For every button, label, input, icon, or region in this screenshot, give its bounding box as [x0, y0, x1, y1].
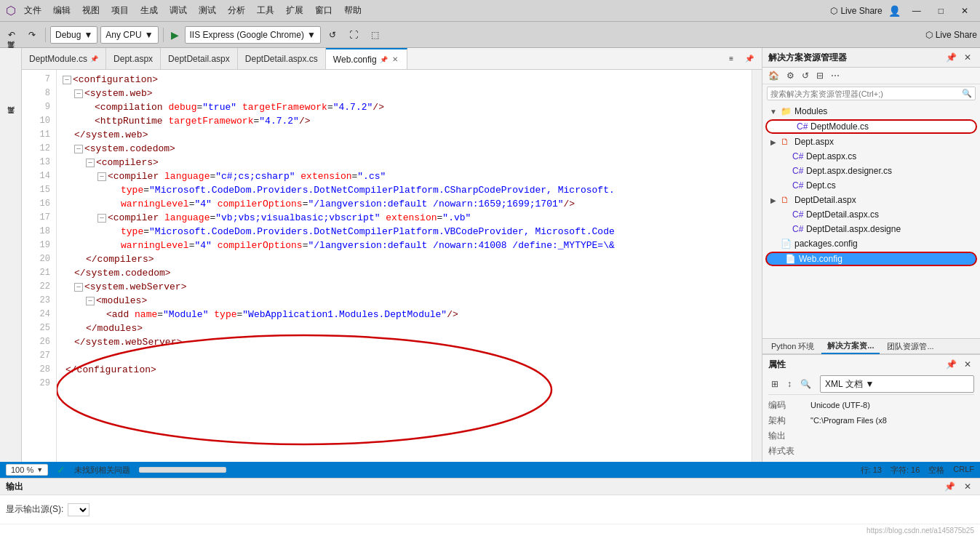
fold-13[interactable]: — — [86, 159, 95, 167]
tab-python[interactable]: Python 环境 — [765, 340, 820, 353]
title-bar-left: ⬡ 文件 编辑 视图 项目 生成 调试 测试 分析 工具 扩展 窗口 帮助 — [6, 3, 365, 18]
output-pin-button[interactable]: 📌 — [941, 480, 958, 493]
props-grid-btn[interactable]: ⊞ — [768, 377, 781, 391]
menu-debug[interactable]: 调试 — [166, 3, 191, 18]
sidebar-item-tools1[interactable]: 工具箱 — [4, 51, 17, 57]
fold-14[interactable]: — — [97, 172, 106, 181]
tab-deptdetail-aspx-label: DeptDetail.aspx — [168, 54, 230, 64]
output-toolbar: 📌 ✕ — [941, 480, 974, 493]
sidebar-item-tools2[interactable]: 工具箱 — [4, 116, 17, 122]
props-pin-button[interactable]: 📌 — [943, 358, 960, 371]
tab-dept-aspx[interactable]: Dept.aspx — [106, 48, 161, 70]
line-15: 15 — [22, 183, 56, 197]
tree-item-dept-cs[interactable]: C# Dept.cs — [762, 178, 980, 193]
tree-item-dept-aspx-designer[interactable]: C# Dept.aspx.designer.cs — [762, 164, 980, 178]
output-source-select[interactable] — [68, 503, 89, 516]
debug-dropdown[interactable]: Debug ▼ — [50, 26, 97, 44]
se-search-box[interactable]: 🔍 — [767, 87, 976, 100]
menu-test[interactable]: 测试 — [195, 3, 220, 18]
menu-help[interactable]: 帮助 — [340, 3, 365, 18]
tab-team[interactable]: 团队资源管... — [881, 340, 939, 353]
solution-explorer: 解决方案资源管理器 📌 ✕ 🏠 ⚙ ↺ ⊟ ⋯ 🔍 ▼ — [762, 48, 980, 354]
se-tool-filter[interactable]: ⋯ — [828, 69, 842, 82]
menu-file[interactable]: 文件 — [20, 3, 45, 18]
liveshare-icon: ⬡ — [830, 6, 837, 16]
code-editor[interactable]: 7 8 9 10 11 12 13 14 15 16 17 18 19 20 2… — [22, 70, 752, 462]
extra-btn-2[interactable]: ⬚ — [366, 28, 384, 42]
prop-label-output: 输出 — [768, 430, 805, 442]
tab-web-config[interactable]: Web.config 📌 ✕ — [326, 48, 407, 70]
tab-menu-button[interactable]: ≡ — [724, 52, 738, 65]
menu-tools[interactable]: 工具 — [253, 3, 278, 18]
user-icon[interactable]: 👤 — [888, 5, 901, 17]
se-tool-refresh[interactable]: ↺ — [799, 69, 812, 82]
fold-12[interactable]: — — [74, 145, 83, 153]
window-minimize[interactable]: — — [907, 4, 927, 17]
toolbar-liveshare-button[interactable]: ⬡ Live Share — [925, 30, 977, 40]
fold-8[interactable]: — — [74, 89, 83, 98]
fold-17[interactable]: — — [97, 214, 106, 223]
liveshare-label: Live Share — [840, 6, 882, 16]
se-search-input[interactable] — [770, 89, 962, 98]
extra-btn-1[interactable]: ⛶ — [344, 28, 363, 42]
tree-item-deptdetail-aspx[interactable]: ▶ 🗋 DeptDetail.aspx — [762, 193, 980, 207]
se-tool-settings[interactable]: ⚙ — [784, 69, 797, 82]
menu-extensions[interactable]: 扩展 — [282, 3, 307, 18]
props-search-btn[interactable]: 🔍 — [797, 377, 814, 391]
redo-button[interactable]: ↷ — [23, 28, 41, 42]
dept-aspx-designer-label: Dept.aspx.designer.cs — [806, 166, 892, 176]
menu-edit[interactable]: 编辑 — [49, 3, 74, 18]
line-22: 22 — [22, 280, 56, 294]
cpu-dropdown[interactable]: Any CPU ▼ — [100, 26, 158, 44]
props-close-button[interactable]: ✕ — [961, 358, 974, 371]
run-button[interactable]: ▶ — [168, 28, 182, 42]
tree-item-deptdetail-cs[interactable]: C# DeptDetail.aspx.cs — [762, 207, 980, 222]
tab-deptdetail-aspx-cs[interactable]: DeptDetail.aspx.cs — [238, 48, 326, 70]
se-tool-home[interactable]: 🏠 — [765, 69, 782, 82]
se-pin-button[interactable]: 📌 — [943, 51, 960, 64]
se-toolbar: 🏠 ⚙ ↺ ⊟ ⋯ — [762, 68, 980, 84]
menu-window[interactable]: 窗口 — [311, 3, 336, 18]
props-sort-btn[interactable]: ↕ — [784, 377, 794, 391]
tree-item-web-config[interactable]: 📄 Web.config — [765, 252, 977, 266]
tree-item-deptmodule[interactable]: C# DeptModule.cs — [765, 119, 977, 134]
run-target-dropdown[interactable]: IIS Express (Google Chrome) ▼ — [185, 26, 321, 44]
dept-cs-label: Dept.cs — [806, 180, 836, 191]
undo-button[interactable]: ↶ — [3, 28, 20, 42]
fold-23[interactable]: — — [86, 297, 95, 305]
menu-analyze[interactable]: 分析 — [224, 3, 249, 18]
watermark-area: https://blog.csdn.net/a145875b25 — [0, 524, 980, 536]
liveshare-button[interactable]: ⬡ Live Share — [830, 6, 882, 16]
tree-item-packages-config[interactable]: 📄 packages.config — [762, 236, 980, 251]
tab-deptdetail-aspx[interactable]: DeptDetail.aspx — [161, 48, 238, 70]
window-close[interactable]: ✕ — [955, 4, 974, 17]
refresh-button[interactable]: ↺ — [324, 28, 341, 42]
code-line-27 — [63, 349, 752, 363]
se-tool-collapse[interactable]: ⊟ — [813, 69, 826, 82]
tree-item-modules[interactable]: ▼ 📁 Modules — [762, 104, 980, 119]
output-panel: 输出 📌 ✕ 显示输出源(S): https://blog.csdn.net/a… — [0, 478, 980, 536]
menu-build[interactable]: 生成 — [137, 3, 162, 18]
tree-item-dept-aspx-cs[interactable]: C# Dept.aspx.cs — [762, 149, 980, 164]
fold-22[interactable]: — — [74, 283, 83, 292]
line-21: 21 — [22, 266, 56, 280]
line-20: 20 — [22, 252, 56, 266]
tab-solution[interactable]: 解决方案资... — [821, 339, 880, 354]
menu-view[interactable]: 视图 — [79, 3, 103, 18]
props-type-dropdown[interactable]: XML 文档 ▼ — [820, 375, 974, 393]
zoom-control[interactable]: 100 % ▼ — [6, 464, 48, 476]
code-content[interactable]: — <configuration> — <system.web> <compil… — [57, 70, 752, 462]
menu-project[interactable]: 项目 — [108, 3, 132, 18]
tree-item-deptdetail-designer[interactable]: C# DeptDetail.aspx.designe — [762, 222, 980, 236]
code-line-8: — <system.web> — [63, 87, 752, 100]
tab-close-button[interactable]: ✕ — [391, 55, 399, 64]
fold-7[interactable]: — — [63, 76, 71, 84]
editor-scrollbar[interactable] — [752, 70, 762, 462]
tab-pin-button[interactable]: 📌 — [740, 52, 759, 65]
se-close-button[interactable]: ✕ — [961, 51, 974, 64]
tree-item-dept-aspx[interactable]: ▶ 🗋 Dept.aspx — [762, 135, 980, 149]
window-maximize[interactable]: □ — [933, 4, 949, 17]
code-line-10: <httpRuntime targetFramework="4.7.2" /> — [63, 114, 752, 128]
output-close-button[interactable]: ✕ — [961, 480, 974, 493]
tab-deptmodule[interactable]: DeptModule.cs 📌 — [22, 48, 106, 70]
